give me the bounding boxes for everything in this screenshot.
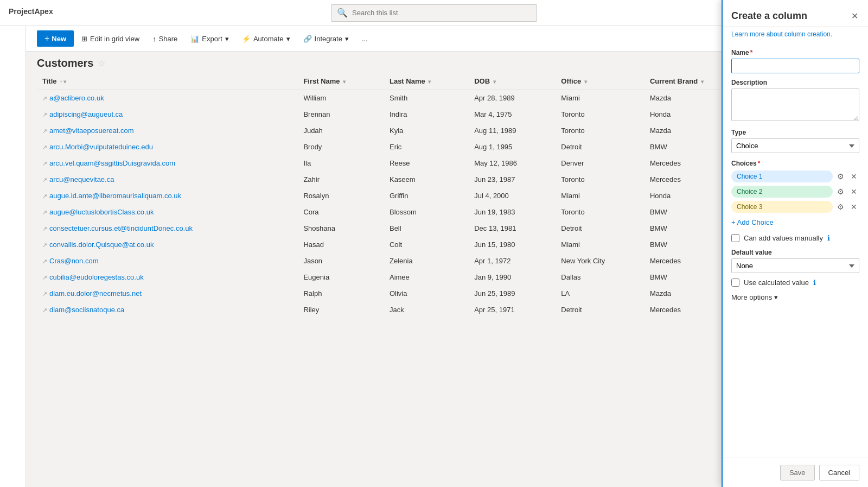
col-title[interactable]: Title ↑▾ (37, 73, 298, 90)
cell-title[interactable]: ↗diam@sociisnatoque.ca (37, 302, 298, 318)
row-icon: ↗ (42, 225, 47, 232)
can-add-values-row: Can add values manually ℹ (731, 234, 859, 242)
cell-office: Miami (556, 237, 644, 253)
cell-title[interactable]: ↗adipiscing@augueut.ca (37, 106, 298, 123)
export-button[interactable]: 📊 Export ▾ (185, 32, 234, 46)
sort-asc-icon: ↑ (60, 79, 62, 85)
automate-chevron-icon: ▾ (286, 35, 290, 43)
choice-row-2: Choice 2 ⚙ ✕ (731, 186, 859, 198)
type-select[interactable]: Choice Text Number Yes/No Date Person Hy… (731, 138, 859, 153)
cell-office: Detroit (556, 220, 644, 237)
search-bar[interactable]: 🔍 (331, 4, 537, 22)
col-dob[interactable]: DOB ▾ (469, 73, 556, 90)
add-choice-button[interactable]: + Add Choice (731, 216, 774, 229)
cell-title[interactable]: ↗arcu.Morbi@vulputateduinec.edu (37, 139, 298, 155)
edit-grid-label: Edit in grid view (90, 35, 139, 43)
cell-first-name: Brennan (298, 106, 384, 123)
cell-first-name: Hasad (298, 237, 384, 253)
cell-title[interactable]: ↗cubilia@eudoloregestas.co.uk (37, 269, 298, 286)
cell-last-name: Smith (384, 90, 469, 106)
cell-office: Dallas (556, 269, 644, 286)
panel-header: Create a column ✕ (723, 0, 868, 27)
cell-first-name: Cora (298, 204, 384, 220)
cell-title[interactable]: ↗consectetuer.cursus.et@tinciduntDonec.c… (37, 220, 298, 237)
cell-title[interactable]: ↗augue@luctuslobortisClass.co.uk (37, 204, 298, 220)
more-options-label: More options (731, 293, 772, 301)
more-button[interactable]: ... (356, 32, 373, 46)
learn-more-link[interactable]: Learn more about column creation. (723, 27, 868, 43)
cell-dob: Jun 15, 1980 (469, 237, 556, 253)
row-icon: ↗ (42, 144, 47, 150)
cell-title[interactable]: ↗amet@vitaeposuereat.com (37, 123, 298, 139)
row-icon: ↗ (42, 209, 47, 216)
type-field-label: Type (731, 129, 859, 136)
choice-2-settings-button[interactable]: ⚙ (835, 186, 846, 197)
name-label-text: Name (731, 49, 749, 56)
cell-dob: Mar 4, 1975 (469, 106, 556, 123)
cell-first-name: Zahir (298, 172, 384, 188)
panel-title: Create a column (731, 10, 807, 22)
choice-2-tag[interactable]: Choice 2 (731, 186, 833, 198)
cell-first-name: Riley (298, 302, 384, 318)
choice-3-tag[interactable]: Choice 3 (731, 201, 833, 213)
cell-dob: Aug 11, 1989 (469, 123, 556, 139)
choices-section: Choices * Choice 1 ⚙ ✕ Choice 2 ⚙ ✕ Choi… (731, 160, 859, 229)
cancel-button[interactable]: Cancel (819, 465, 859, 480)
export-label: Export (202, 35, 222, 43)
cell-office: Denver (556, 155, 644, 172)
cell-title[interactable]: ↗augue.id.ante@liberomaurisaliquam.co.uk (37, 188, 298, 204)
can-add-values-checkbox[interactable] (731, 234, 739, 242)
cell-title[interactable]: ↗arcu@nequevitae.ca (37, 172, 298, 188)
use-calculated-info-icon[interactable]: ℹ (813, 279, 816, 287)
cell-dob: Apr 1, 1972 (469, 253, 556, 269)
col-last-name[interactable]: Last Name ▾ (384, 73, 469, 90)
use-calculated-label: Use calculated value (744, 279, 809, 287)
choice-row-1: Choice 1 ⚙ ✕ (731, 170, 859, 182)
panel-close-button[interactable]: ✕ (850, 10, 859, 22)
choice-3-delete-button[interactable]: ✕ (848, 201, 859, 212)
search-input[interactable] (352, 9, 531, 17)
cell-first-name: Ila (298, 155, 384, 172)
plus-icon: + (44, 34, 49, 43)
new-button[interactable]: + New (37, 30, 74, 47)
default-value-select[interactable]: None Choice 1 Choice 2 Choice 3 (731, 258, 859, 273)
export-icon: 📊 (190, 35, 199, 43)
more-options-button[interactable]: More options ▾ (731, 289, 778, 306)
favorite-star-icon[interactable]: ☆ (98, 58, 105, 68)
cell-office: New York City (556, 253, 644, 269)
cell-title[interactable]: ↗convallis.dolor.Quisque@at.co.uk (37, 237, 298, 253)
cell-title[interactable]: ↗Cras@non.com (37, 253, 298, 269)
search-icon: 🔍 (337, 8, 348, 18)
cell-first-name: Eugenia (298, 269, 384, 286)
site-name[interactable]: ProjectApex (9, 7, 53, 16)
save-button[interactable]: Save (780, 465, 815, 480)
col-office[interactable]: Office ▾ (556, 73, 644, 90)
share-button[interactable]: ↑ Share (147, 32, 183, 46)
choice-2-delete-button[interactable]: ✕ (848, 186, 859, 197)
col-first-name[interactable]: First Name ▾ (298, 73, 384, 90)
cell-last-name: Kyla (384, 123, 469, 139)
export-chevron-icon: ▾ (225, 35, 229, 43)
cell-title[interactable]: ↗a@aclibero.co.uk (37, 90, 298, 106)
office-filter-icon: ▾ (584, 79, 587, 85)
first-name-filter-icon: ▾ (343, 79, 346, 85)
choice-1-settings-button[interactable]: ⚙ (835, 171, 846, 182)
use-calculated-checkbox[interactable] (731, 279, 739, 287)
cell-title[interactable]: ↗arcu.vel.quam@sagittisDuisgravida.com (37, 155, 298, 172)
can-add-values-info-icon[interactable]: ℹ (827, 234, 830, 242)
cell-last-name: Zelenia (384, 253, 469, 269)
choice-1-tag[interactable]: Choice 1 (731, 170, 833, 182)
name-input[interactable] (731, 59, 859, 73)
edit-grid-button[interactable]: ⊞ Edit in grid view (76, 32, 145, 46)
choice-1-delete-button[interactable]: ✕ (848, 171, 859, 182)
integrate-chevron-icon: ▾ (345, 35, 349, 43)
automate-button[interactable]: ⚡ Automate ▾ (237, 32, 296, 46)
choice-3-settings-button[interactable]: ⚙ (835, 201, 846, 212)
integrate-button[interactable]: 🔗 Integrate ▾ (298, 32, 354, 46)
cell-first-name: Rosalyn (298, 188, 384, 204)
create-column-panel: Create a column ✕ Learn more about colum… (722, 0, 868, 487)
description-textarea[interactable] (731, 88, 859, 121)
cell-title[interactable]: ↗diam.eu.dolor@necmetus.net (37, 286, 298, 302)
share-icon: ↑ (152, 35, 156, 43)
cell-last-name: Colt (384, 237, 469, 253)
